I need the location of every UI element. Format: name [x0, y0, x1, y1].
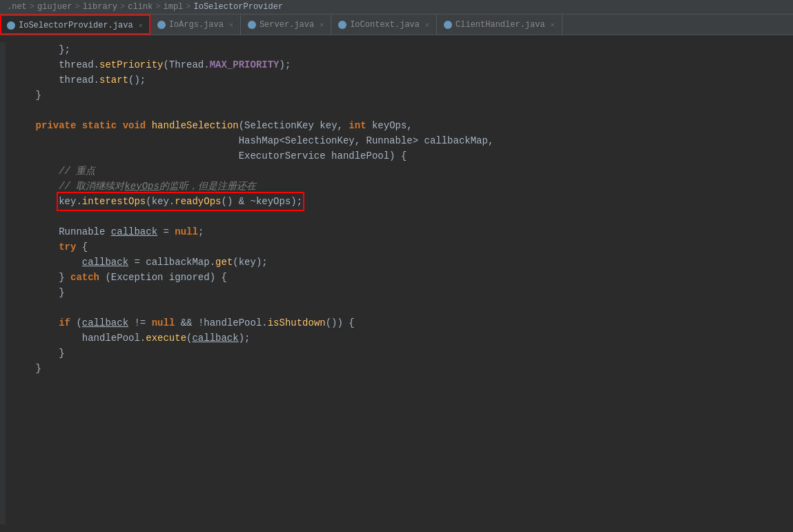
code-line	[12, 103, 786, 118]
breadcrumb-ioselectorprovider[interactable]: IoSelectorProvider	[194, 2, 284, 12]
tab-label-iocontext: IoContext.java	[350, 20, 420, 30]
tab-icon-iocontext	[338, 21, 346, 29]
code-line: };	[12, 42, 786, 57]
code-line	[12, 209, 786, 224]
breadcrumb-library[interactable]: library	[83, 2, 117, 12]
tab-ioselectorprovider[interactable]: IoSelectorProvider.java ✕	[0, 14, 150, 35]
tab-close-ioselectorprovider[interactable]: ✕	[139, 21, 143, 30]
gutter	[0, 42, 6, 524]
breadcrumb-clink[interactable]: clink	[128, 2, 153, 12]
code-line: }	[12, 346, 786, 361]
tab-ioargs[interactable]: IoArgs.java ✕	[150, 14, 241, 35]
code-line: private static void handleSelection(Sele…	[12, 118, 786, 133]
breadcrumb: .net > giujuer > library > clink > impl …	[0, 0, 793, 14]
code-line: }	[12, 361, 786, 376]
tab-bar: IoSelectorProvider.java ✕ IoArgs.java ✕ …	[0, 14, 793, 35]
code-line: thread.start();	[12, 72, 786, 88]
code-line: ExecutorService handlePool) {	[12, 148, 786, 164]
tab-label-ioselectorprovider: IoSelectorProvider.java	[19, 21, 133, 30]
breadcrumb-giujuer[interactable]: giujuer	[37, 2, 72, 12]
tab-close-iocontext[interactable]: ✕	[425, 21, 429, 29]
code-line: }	[12, 285, 786, 300]
code-line-highlight: key.interestOps(key.readyOps() & ~keyOps…	[12, 194, 786, 209]
code-line	[12, 300, 786, 315]
tab-server[interactable]: Server.java ✕	[241, 14, 331, 35]
code-editor[interactable]: }; thread.setPriority(Thread.MAX_PRIORIT…	[0, 35, 793, 531]
code-line: }	[12, 88, 786, 103]
code-content: }; thread.setPriority(Thread.MAX_PRIORIT…	[6, 42, 793, 524]
tab-icon-ioargs	[157, 21, 166, 29]
breadcrumb-net[interactable]: .net	[7, 2, 27, 12]
tab-label-server: Server.java	[260, 20, 314, 30]
breadcrumb-impl[interactable]: impl	[163, 2, 183, 12]
tab-icon-ioselectorprovider	[7, 21, 15, 30]
code-line: try {	[12, 239, 786, 255]
highlighted-code: key.interestOps(key.readyOps() & ~keyOps…	[59, 194, 302, 209]
tab-label-clienthandler: ClientHandler.java	[456, 20, 545, 30]
code-line: } catch (Exception ignored) {	[12, 270, 786, 285]
tab-close-server[interactable]: ✕	[320, 21, 324, 29]
code-line: thread.setPriority(Thread.MAX_PRIORITY);	[12, 57, 786, 72]
tab-iocontext[interactable]: IoContext.java ✕	[331, 14, 437, 35]
tab-icon-clienthandler	[444, 21, 452, 29]
tab-icon-server	[248, 21, 256, 29]
tab-close-ioargs[interactable]: ✕	[229, 21, 233, 29]
code-line: callback = callbackMap.get(key);	[12, 255, 786, 270]
tab-clienthandler[interactable]: ClientHandler.java ✕	[437, 14, 562, 35]
tab-label-ioargs: IoArgs.java	[169, 20, 224, 30]
code-line: // 取消继续对keyOps的监听，但是注册还在	[12, 179, 786, 194]
code-line: if (callback != null && !handlePool.isSh…	[12, 315, 786, 331]
code-line: handlePool.execute(callback);	[12, 331, 786, 346]
tab-close-clienthandler[interactable]: ✕	[551, 21, 555, 29]
code-line: Runnable callback = null;	[12, 224, 786, 239]
code-line: // 重点	[12, 164, 786, 179]
code-line: HashMap<SelectionKey, Runnable> callback…	[12, 133, 786, 148]
